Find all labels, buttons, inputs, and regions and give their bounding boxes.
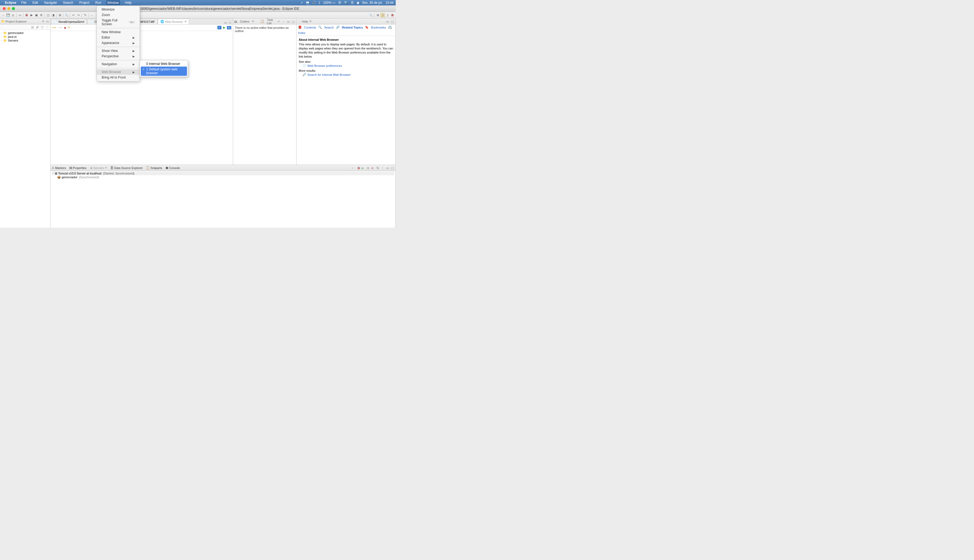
new-icon[interactable]: ▫: [1, 13, 5, 17]
tree-item-javaio[interactable]: ›📁 java-io: [0, 35, 50, 38]
server-debug-icon[interactable]: 🐞: [357, 166, 360, 170]
help-tab-bookmarks[interactable]: Bookmarks: [371, 26, 386, 29]
server-stop-icon[interactable]: ■: [372, 166, 375, 170]
bottom-min-icon[interactable]: ▭: [386, 166, 389, 170]
editor-min-icon[interactable]: ▭: [224, 21, 227, 24]
outline-menu-icon[interactable]: ⋮: [282, 20, 285, 23]
add-task-icon[interactable]: +▪: [227, 26, 231, 29]
menu-help[interactable]: Help: [124, 0, 133, 5]
open-type-icon[interactable]: ⊞: [58, 13, 62, 17]
tree-item-servers[interactable]: ›📁 Servers: [0, 38, 50, 42]
help-close-icon[interactable]: ✕: [309, 20, 312, 23]
dropbox-icon[interactable]: ⬒: [306, 1, 309, 5]
battery-status[interactable]: 100% ▭: [323, 1, 335, 5]
smi-default-browser[interactable]: ✓1 Default system web browser: [141, 67, 187, 76]
help-max-icon[interactable]: ▢: [391, 20, 394, 23]
new-package-icon[interactable]: ◨: [51, 13, 55, 17]
coverage-icon[interactable]: ▣: [34, 13, 38, 17]
browser-viewport[interactable]: [50, 31, 233, 165]
menu-search[interactable]: Search: [62, 0, 74, 5]
mi-bringfront[interactable]: Bring All to Front: [97, 75, 140, 80]
server-new-icon[interactable]: ▫: [352, 166, 355, 170]
mi-perspective[interactable]: Perspective▶: [97, 53, 140, 59]
help-link-prefs[interactable]: 📄Web Browser preferences: [302, 64, 393, 67]
tab-close-icon[interactable]: ✕: [184, 20, 187, 23]
spotlight-icon[interactable]: 🔍: [344, 1, 348, 5]
control-center-icon[interactable]: ☰: [351, 1, 354, 5]
minimize-window-button[interactable]: [7, 7, 10, 10]
new-server-icon[interactable]: ◫: [46, 13, 50, 17]
ext-tools-icon[interactable]: ⚙: [39, 13, 43, 17]
tab-webbrowser[interactable]: 🌐Web Browser✕: [158, 19, 189, 24]
help-link-search[interactable]: 🔎Search for Internal Web Browser: [302, 73, 393, 77]
bottom-max-icon[interactable]: ▢: [391, 166, 394, 170]
javaee-perspective-icon[interactable]: J: [380, 13, 385, 17]
collapse-all-icon[interactable]: ⊟: [31, 25, 35, 29]
server-profile-icon[interactable]: ◷: [367, 166, 370, 170]
view-menu-icon[interactable]: ⋮: [46, 25, 49, 29]
debug-icon[interactable]: 🐞: [25, 13, 29, 17]
annotation-prev-icon[interactable]: ↩: [71, 13, 75, 17]
java-perspective-icon[interactable]: J: [385, 13, 390, 17]
clock-date[interactable]: Sex. 30 de jul.: [362, 1, 383, 5]
help-min-icon[interactable]: ▭: [386, 20, 389, 23]
menu-file[interactable]: File: [20, 0, 27, 5]
server-publish-icon[interactable]: ⇅: [376, 166, 380, 170]
checkbox-icon[interactable]: ✓: [217, 26, 222, 29]
editor-max-icon[interactable]: ▢: [228, 21, 232, 24]
pe-close-icon[interactable]: ✕: [42, 20, 44, 23]
browser-stop-icon[interactable]: ■: [64, 26, 66, 29]
help-tab-contents[interactable]: Contents: [304, 26, 316, 29]
quick-access-icon[interactable]: 🔍: [369, 13, 373, 17]
toggle-icon[interactable]: ▭: [18, 13, 22, 17]
saveall-icon[interactable]: ⎘: [11, 13, 15, 17]
servers-close-icon[interactable]: ✕: [105, 166, 107, 170]
mi-showview[interactable]: Show View▶: [97, 48, 140, 53]
mi-newwindow[interactable]: New Window: [97, 29, 140, 35]
bottom-menu-icon[interactable]: ⋮: [381, 166, 385, 170]
debug-perspective-icon[interactable]: 🐞: [390, 13, 395, 17]
tab-console[interactable]: ▣ Console: [165, 166, 180, 170]
tree-item-gerenciador[interactable]: ›📁 gerenciador: [0, 31, 50, 35]
play-icon[interactable]: ▶: [223, 26, 225, 29]
annotation-next-icon[interactable]: ↪: [76, 13, 80, 17]
mi-webbrowser[interactable]: Web Browser▶: [97, 69, 140, 75]
app-name[interactable]: Eclipse: [5, 1, 16, 5]
tab-snippets[interactable]: 📋 Snippets: [146, 166, 162, 170]
zoom-window-button[interactable]: [12, 7, 15, 10]
mi-fullscreen[interactable]: Toggle Full Screen^⌘F: [97, 18, 140, 27]
outline-max-icon[interactable]: ▢: [292, 20, 295, 23]
save-icon[interactable]: 💾: [6, 13, 10, 17]
check-icon[interactable]: ✓: [300, 1, 303, 5]
open-perspective-icon[interactable]: ⊞: [375, 13, 380, 17]
clock-time[interactable]: 15:44: [385, 1, 394, 5]
help-tab-index[interactable]: Index: [298, 31, 305, 35]
link-editor-icon[interactable]: ⇄: [36, 25, 39, 29]
filter-icon[interactable]: ▽: [41, 25, 44, 29]
tab-properties[interactable]: ▤ Properties: [69, 166, 87, 170]
tab-novaempresa[interactable]: 📄NovaEmpresaServl: [51, 19, 87, 24]
server-row[interactable]: › 🖥 Tomcat v10.0 Server at localhost [St…: [52, 172, 394, 175]
help-tab-related[interactable]: Related Topics: [342, 26, 363, 29]
mi-appearance[interactable]: Appearance▶: [97, 40, 140, 46]
pe-min-icon[interactable]: ▭: [46, 20, 49, 23]
menu-window[interactable]: Window: [106, 0, 120, 5]
server-start-icon[interactable]: ▶: [362, 166, 365, 170]
menu-navigate[interactable]: Navigate: [43, 0, 58, 5]
smi-internal-browser[interactable]: 0 Internal Web Browser: [141, 61, 187, 67]
volume-icon[interactable]: 🔊: [312, 1, 316, 5]
bluetooth-icon[interactable]: ᛒ: [319, 1, 320, 5]
search2-icon[interactable]: 🔍: [64, 13, 69, 17]
server-module-row[interactable]: 📦 gerenciador [Synchronized]: [52, 175, 394, 179]
browser-back-icon[interactable]: ⟸: [52, 26, 57, 29]
help-tab-search[interactable]: Search: [324, 26, 334, 29]
close-window-button[interactable]: [3, 7, 6, 10]
menu-project[interactable]: Project: [78, 0, 90, 5]
browser-refresh-icon[interactable]: ⟳: [68, 26, 70, 29]
run-icon[interactable]: ▶: [29, 13, 34, 17]
mi-navigation[interactable]: Navigation▶: [97, 62, 140, 67]
outline-toolbtn-icon[interactable]: ↗: [277, 20, 280, 23]
tab-dse[interactable]: 🗄 Data Source Explorer: [110, 166, 143, 170]
tab-markers[interactable]: ⚠ Markers: [52, 166, 66, 170]
browser-fwd-icon[interactable]: ⟹: [58, 26, 62, 29]
